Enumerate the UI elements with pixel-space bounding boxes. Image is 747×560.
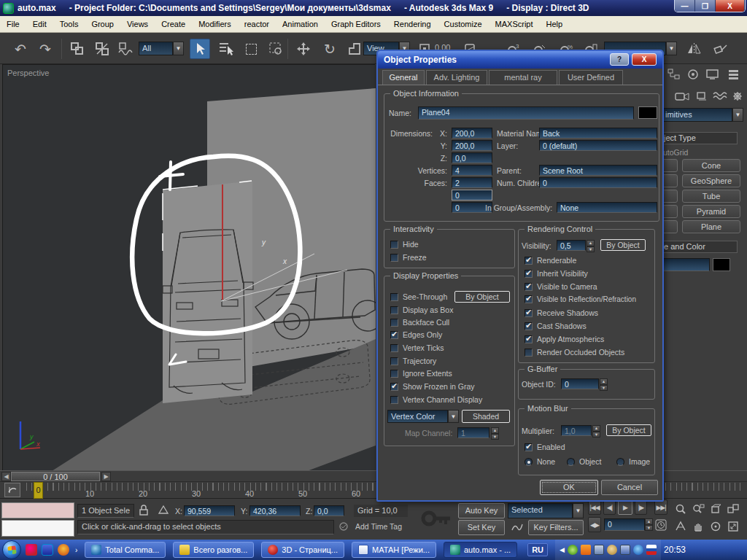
tab-mental-ray[interactable]: mental ray bbox=[489, 70, 557, 85]
object-color-swatch[interactable] bbox=[638, 106, 657, 119]
key-mode-toggle-icon[interactable]: ◀▶ bbox=[588, 517, 601, 532]
select-by-name-icon[interactable] bbox=[216, 39, 236, 59]
taskbar-matan-document[interactable]: МАТАН [Режи... bbox=[352, 542, 436, 558]
cast-shadows-checkbox[interactable]: Cast Shadows bbox=[525, 322, 587, 330]
play-icon[interactable]: ▶ bbox=[618, 499, 632, 515]
name-and-color-rollout[interactable]: e and Color bbox=[660, 241, 738, 253]
previous-frame-icon[interactable]: ◀| bbox=[603, 499, 616, 515]
object-color-swatch[interactable] bbox=[713, 258, 730, 271]
zoom-extents-icon[interactable] bbox=[708, 501, 724, 517]
menu-tools[interactable]: Tools bbox=[53, 18, 85, 31]
y-coordinate-field[interactable]: 420,36 bbox=[249, 505, 301, 516]
viewport-label[interactable]: Perspective bbox=[7, 69, 49, 77]
tray-russian-flag-icon[interactable] bbox=[646, 545, 657, 555]
selection-filter-dropdown[interactable]: All ▼ bbox=[139, 42, 184, 55]
set-key-button[interactable]: Set Key bbox=[458, 520, 505, 535]
mini-curve-editor-icon[interactable] bbox=[4, 483, 20, 497]
tray-player-icon[interactable] bbox=[581, 545, 591, 555]
menu-animation[interactable]: Animation bbox=[276, 18, 325, 31]
vertex-color-dropdown[interactable]: Vertex Color ▼ bbox=[387, 410, 459, 423]
lasso-selection-region-icon[interactable] bbox=[266, 39, 286, 59]
teapot-button-sliver[interactable] bbox=[662, 205, 678, 218]
map-channel-field[interactable]: 1 bbox=[457, 427, 489, 438]
motion-blur-by-object-button[interactable]: By Object bbox=[606, 424, 651, 436]
tab-user-defined[interactable]: User Defined bbox=[559, 70, 623, 85]
time-slider-left-arrow[interactable]: ◀ bbox=[1, 472, 11, 481]
quicklaunch-expand-icon[interactable]: › bbox=[75, 546, 77, 554]
tab-adv-lighting[interactable]: Adv. Lighting bbox=[426, 70, 487, 85]
ignore-extents-checkbox[interactable]: Ignore Extents bbox=[390, 369, 452, 378]
start-button[interactable] bbox=[2, 540, 21, 559]
show-frozen-in-gray-checkbox[interactable]: Show Frozen in Gray bbox=[390, 382, 475, 391]
rendering-by-object-button[interactable]: By Object bbox=[600, 239, 646, 251]
time-configuration-icon[interactable] bbox=[655, 519, 667, 532]
field-of-view-icon[interactable] bbox=[673, 518, 689, 534]
tray-collapse-icon[interactable]: ◀ bbox=[560, 546, 565, 553]
viewport-canvas[interactable]: y x y x bbox=[3, 65, 376, 471]
visible-to-reflection-checkbox[interactable]: Visible to Reflection/Refraction bbox=[525, 295, 636, 303]
vertex-channel-display-checkbox[interactable]: Vertex Channel Display bbox=[390, 395, 482, 404]
dialog-help-button[interactable]: ? bbox=[610, 53, 629, 66]
auto-key-button[interactable]: Auto Key bbox=[458, 503, 505, 518]
edges-only-checkbox[interactable]: Edges Only bbox=[390, 330, 442, 339]
z-coordinate-field[interactable]: 0,0 bbox=[314, 505, 344, 516]
tray-help-icon[interactable] bbox=[633, 545, 643, 555]
next-frame-icon[interactable]: |▶ bbox=[635, 499, 647, 515]
time-slider-handle[interactable]: 0 / 100 bbox=[11, 472, 100, 481]
map-channel-spinner[interactable]: ▲▼ bbox=[491, 427, 499, 438]
vertex-ticks-checkbox[interactable]: Vertex Ticks bbox=[390, 343, 444, 352]
selection-set-dropdown[interactable]: Selected ▼ bbox=[508, 503, 584, 518]
unlink-selection-icon[interactable] bbox=[92, 39, 112, 59]
trajectory-checkbox[interactable]: Trajectory bbox=[390, 357, 436, 365]
tray-network-icon[interactable] bbox=[594, 545, 604, 555]
zoom-icon[interactable] bbox=[673, 501, 689, 517]
multiplier-field[interactable]: 1,0 bbox=[561, 425, 592, 436]
menu-maxscript[interactable]: MAXScript bbox=[489, 18, 540, 31]
restore-button[interactable]: ❐ bbox=[695, 0, 716, 12]
dialog-close-button[interactable]: X bbox=[632, 53, 657, 66]
motion-blur-object-radio[interactable]: Object bbox=[567, 457, 601, 466]
taskbar-3d-page[interactable]: 3D - Страниц... bbox=[261, 542, 344, 558]
language-indicator[interactable]: RU bbox=[527, 543, 548, 556]
object-id-field[interactable]: 0 bbox=[561, 378, 599, 389]
quicklaunch-avira-icon[interactable] bbox=[58, 544, 69, 556]
display-as-box-checkbox[interactable]: Display as Box bbox=[390, 306, 453, 314]
chevron-down-icon[interactable]: ▼ bbox=[732, 108, 743, 122]
name-field[interactable]: Plane04 bbox=[418, 106, 634, 120]
enabled-checkbox[interactable]: Enabled bbox=[525, 443, 565, 451]
motion-blur-image-radio[interactable]: Image bbox=[616, 457, 650, 466]
torus-button-sliver[interactable] bbox=[662, 190, 678, 203]
chevron-down-icon[interactable]: ▼ bbox=[448, 410, 459, 423]
select-and-link-icon[interactable] bbox=[67, 39, 88, 59]
zoom-extents-all-icon[interactable] bbox=[725, 501, 741, 517]
select-and-rotate-icon[interactable]: ↻ bbox=[320, 39, 340, 59]
perspective-viewport[interactable]: y x y x bbox=[2, 64, 375, 470]
tube-button[interactable]: Tube bbox=[682, 190, 740, 203]
multiplier-spinner[interactable]: ▲▼ bbox=[592, 425, 600, 436]
absolute-mode-icon[interactable] bbox=[158, 505, 169, 516]
menu-help[interactable]: Help bbox=[540, 18, 570, 31]
object-name-field[interactable] bbox=[662, 258, 710, 271]
chevron-down-icon[interactable]: ▼ bbox=[666, 42, 677, 55]
menu-modifiers[interactable]: Modifiers bbox=[192, 18, 238, 31]
render-occluded-objects-checkbox[interactable]: Render Occluded Objects bbox=[525, 348, 624, 357]
new-key-curve-icon[interactable] bbox=[511, 521, 524, 534]
tray-icq-icon[interactable] bbox=[568, 545, 578, 555]
receive-shadows-checkbox[interactable]: Receive Shadows bbox=[525, 308, 598, 317]
go-to-start-icon[interactable]: |◀◀ bbox=[588, 499, 601, 515]
cone-button[interactable]: Cone bbox=[682, 159, 740, 172]
taskbar-chat-window[interactable]: Всего разгов... bbox=[173, 542, 254, 558]
zoom-all-icon[interactable] bbox=[690, 501, 706, 517]
backface-cull-checkbox[interactable]: Backface Cull bbox=[390, 318, 449, 327]
current-frame-marker[interactable]: 0 bbox=[34, 482, 43, 499]
pyramid-button[interactable]: Pyramid bbox=[682, 205, 740, 218]
plane-button[interactable]: Plane bbox=[682, 220, 740, 233]
macro-recorder-line[interactable] bbox=[1, 502, 74, 518]
display-by-object-button[interactable]: By Object bbox=[454, 291, 510, 303]
menu-group[interactable]: Group bbox=[85, 18, 120, 31]
menu-graph-editors[interactable]: Graph Editors bbox=[325, 18, 387, 31]
menu-create[interactable]: Create bbox=[155, 18, 192, 31]
align-icon[interactable] bbox=[711, 39, 731, 59]
space-warps-category-icon[interactable] bbox=[711, 88, 728, 104]
menu-reactor[interactable]: reactor bbox=[238, 18, 276, 31]
